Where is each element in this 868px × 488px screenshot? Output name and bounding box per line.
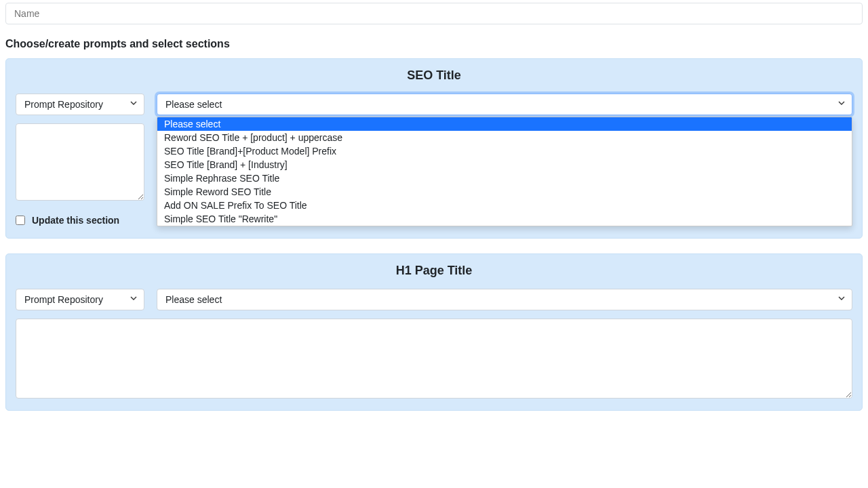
chevron-down-icon xyxy=(838,296,845,303)
dropdown-option[interactable]: SEO Title [Brand] + [Industry] xyxy=(157,158,852,171)
seo-update-label: Update this section xyxy=(32,215,119,226)
seo-prompt-select-label: Please select xyxy=(165,99,222,110)
seo-prompt-dropdown[interactable]: Please selectReword SEO Title + [product… xyxy=(157,117,852,226)
dropdown-option[interactable]: Reword SEO Title + [product] + uppercase xyxy=(157,131,852,144)
seo-title-panel: SEO Title Prompt Repository Please selec… xyxy=(5,58,863,239)
h1-repo-select[interactable]: Prompt Repository xyxy=(16,289,144,310)
h1-title-header: H1 Page Title xyxy=(16,264,852,278)
dropdown-option[interactable]: Add ON SALE Prefix To SEO Title xyxy=(157,199,852,212)
dropdown-option[interactable]: SEO Title [Brand]+[Product Model] Prefix xyxy=(157,144,852,158)
dropdown-option[interactable]: Simple Rephrase SEO Title xyxy=(157,171,852,185)
h1-prompt-select-label: Please select xyxy=(165,294,222,305)
seo-repo-select-label: Prompt Repository xyxy=(24,99,103,110)
name-input[interactable] xyxy=(5,3,863,24)
h1-repo-select-label: Prompt Repository xyxy=(24,294,103,305)
seo-prompt-select[interactable]: Please select xyxy=(157,94,852,115)
seo-update-checkbox[interactable] xyxy=(16,216,25,225)
chevron-down-icon xyxy=(838,101,845,108)
h1-title-panel: H1 Page Title Prompt Repository Please s… xyxy=(5,253,863,411)
chevron-down-icon xyxy=(130,296,137,303)
dropdown-option[interactable]: Simple Reword SEO Title xyxy=(157,185,852,199)
page-heading: Choose/create prompts and select section… xyxy=(5,38,863,50)
seo-repo-select[interactable]: Prompt Repository xyxy=(16,94,144,115)
seo-content-textarea[interactable] xyxy=(16,123,144,201)
chevron-down-icon xyxy=(130,101,137,108)
dropdown-option[interactable]: Simple SEO Title "Rewrite" xyxy=(157,212,852,226)
h1-content-textarea[interactable] xyxy=(16,319,852,399)
dropdown-option[interactable]: Please select xyxy=(157,117,852,131)
seo-title-header: SEO Title xyxy=(16,68,852,83)
h1-prompt-select[interactable]: Please select xyxy=(157,289,852,310)
